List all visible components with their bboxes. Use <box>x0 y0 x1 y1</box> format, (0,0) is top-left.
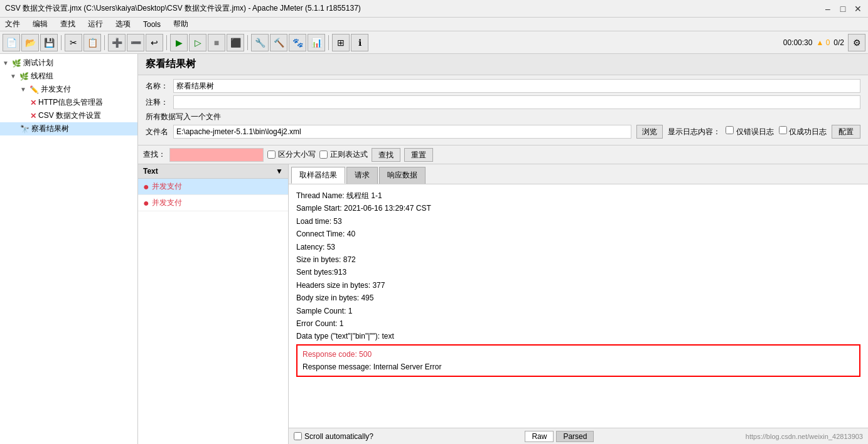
status-button[interactable]: ⚙ <box>848 34 865 51</box>
cut-button[interactable]: ✂ <box>65 34 82 51</box>
comment-input[interactable] <box>173 95 860 109</box>
tab-sampler-result[interactable]: 取样器结果 <box>291 167 345 184</box>
success-only-checkbox[interactable] <box>779 126 787 134</box>
expand-button[interactable]: ➕ <box>108 34 126 51</box>
result-item-1[interactable]: ● 并发支付 <box>138 179 288 195</box>
menu-edit[interactable]: 编辑 <box>30 18 50 30</box>
menu-file[interactable]: 文件 <box>3 18 23 30</box>
menu-help[interactable]: 帮助 <box>171 18 191 30</box>
thread-icon: 🌿 <box>19 72 29 81</box>
log-label: 显示日志内容： <box>668 127 721 137</box>
sidebar-item-concurrent-pay[interactable]: ▼ ✏️ 并发支付 <box>0 83 137 96</box>
browse-button[interactable]: 浏览 <box>636 125 663 139</box>
menu-run[interactable]: 运行 <box>85 18 105 30</box>
case-sensitive-checkbox[interactable] <box>267 151 276 159</box>
tab-request[interactable]: 请求 <box>346 167 378 184</box>
result-list: Text ▼ ● 并发支付 ● 并发支付 <box>138 164 289 444</box>
sidebar-item-test-plan[interactable]: ▼ 🌿 测试计划 <box>0 56 137 70</box>
error-dot-icon: ● <box>143 198 149 208</box>
scroll-automatically-checkbox[interactable] <box>294 432 302 440</box>
toolbar-right: 00:00:30 ▲ 0 0/2 ⚙ <box>783 34 865 51</box>
stop-all-button[interactable]: ⬛ <box>227 34 244 51</box>
file-input[interactable] <box>173 125 631 139</box>
sidebar-item-thread-group[interactable]: ▼ 🌿 线程组 <box>0 70 137 83</box>
name-input[interactable] <box>173 79 860 93</box>
tree-label: CSV 数据文件设置 <box>38 110 101 121</box>
name-row: 名称： <box>146 79 860 93</box>
list-dropdown-icon[interactable]: ▼ <box>276 167 283 176</box>
info-button[interactable]: ℹ <box>351 34 368 51</box>
detail-response-code: Response code: 500 <box>303 348 854 361</box>
maximize-button[interactable]: □ <box>838 4 848 14</box>
content-panel: 察看结果树 名称： 注释： 所有数据写入一个文件 文件名 浏览 显示日志内容： <box>138 54 868 444</box>
stop-button[interactable]: ■ <box>208 34 225 51</box>
case-sensitive-label[interactable]: 区分大小写 <box>267 149 316 160</box>
separator-5 <box>328 35 329 50</box>
expand-arrow: ▼ <box>3 60 9 66</box>
regex-label[interactable]: 正则表达式 <box>319 149 368 160</box>
open-button[interactable]: 📂 <box>21 34 39 51</box>
tool3-button[interactable]: 🐾 <box>289 34 306 51</box>
separator-1 <box>61 35 62 50</box>
all-data-label: 所有数据写入一个文件 <box>146 112 221 122</box>
raw-tab[interactable]: Raw <box>525 431 554 442</box>
detail-load-time: Load time: 53 <box>296 215 860 228</box>
tree-label: HTTP信息头管理器 <box>38 97 103 108</box>
tree-label: 并发支付 <box>41 84 71 95</box>
expand-arrow: ▼ <box>10 73 16 80</box>
detail-headers-size: Headers size in bytes: 377 <box>296 279 860 292</box>
new-button[interactable]: 📄 <box>3 34 20 51</box>
scroll-check-label[interactable]: Scroll automatically? <box>294 432 373 441</box>
grid-button[interactable]: ⊞ <box>332 34 350 51</box>
sidebar-item-http-manager[interactable]: ✕ HTTP信息头管理器 <box>0 96 137 109</box>
error-only-label[interactable]: 仅错误日志 <box>726 126 773 137</box>
tool1-button[interactable]: 🔧 <box>251 34 269 51</box>
reset-button[interactable]: 重置 <box>404 148 433 162</box>
config-button[interactable]: 配置 <box>832 125 860 139</box>
panel-title: 察看结果树 <box>138 54 868 75</box>
collapse-button[interactable]: ➖ <box>127 34 144 51</box>
menu-tools[interactable]: Tools <box>141 19 163 29</box>
play-no-pause-button[interactable]: ▷ <box>189 34 206 51</box>
tool2-button[interactable]: 🔨 <box>270 34 287 51</box>
minimize-button[interactable]: – <box>823 4 833 14</box>
search-button[interactable]: 查找 <box>372 148 400 162</box>
detail-response-message: Response message: Internal Server Error <box>303 361 854 373</box>
count-badge: 0/2 <box>833 38 844 47</box>
error-only-checkbox[interactable] <box>726 126 734 134</box>
separator-4 <box>247 35 248 50</box>
result-item-2[interactable]: ● 并发支付 <box>138 195 288 211</box>
main-layout: ▼ 🌿 测试计划 ▼ 🌿 线程组 ▼ ✏️ 并发支付 ✕ HTTP信息头管理器 … <box>0 54 868 444</box>
separator-2 <box>104 35 105 50</box>
tree-label: 线程组 <box>31 71 53 82</box>
sidebar-item-csv-config[interactable]: ✕ CSV 数据文件设置 <box>0 109 137 122</box>
tool4-button[interactable]: 📊 <box>308 34 325 51</box>
detail-sample-start: Sample Start: 2021-06-16 13:29:47 CST <box>296 202 860 214</box>
parsed-tab[interactable]: Parsed <box>556 431 594 442</box>
detail-connect-time: Connect Time: 40 <box>296 228 860 240</box>
response-highlight-box: Response code: 500 Response message: Int… <box>296 344 860 378</box>
pay-icon: ✏️ <box>29 85 39 94</box>
regex-checkbox[interactable] <box>319 151 328 159</box>
tab-response-data[interactable]: 响应数据 <box>379 167 426 184</box>
search-label: 查找： <box>143 149 166 160</box>
result-label: 并发支付 <box>152 181 182 192</box>
menu-options[interactable]: 选项 <box>113 18 133 30</box>
close-button[interactable]: ✕ <box>853 4 863 14</box>
sidebar-item-view-results[interactable]: 🔭 察看结果树 <box>0 122 137 135</box>
toolbar: 📄 📂 💾 ✂ 📋 ➕ ➖ ↩ ▶ ▷ ■ ⬛ 🔧 🔨 🐾 📊 ⊞ ℹ 00:0… <box>0 31 868 54</box>
menu-find[interactable]: 查找 <box>58 18 78 30</box>
tree-label: 测试计划 <box>23 58 53 68</box>
detail-data-type: Data type ("text"|"bin"|""): text <box>296 330 860 342</box>
timer-display: 00:00:30 <box>783 38 813 47</box>
save-button[interactable]: 💾 <box>40 34 58 51</box>
copy-button[interactable]: 📋 <box>83 34 101 51</box>
all-data-row: 所有数据写入一个文件 <box>146 112 860 122</box>
search-input[interactable] <box>169 148 264 162</box>
undo-button[interactable]: ↩ <box>146 34 163 51</box>
play-button[interactable]: ▶ <box>170 34 188 51</box>
warning-badge: ▲ 0 <box>816 38 830 47</box>
detail-sent-bytes: Sent bytes:913 <box>296 266 860 278</box>
detail-error-count: Error Count: 1 <box>296 317 860 330</box>
success-only-label[interactable]: 仅成功日志 <box>779 126 827 137</box>
